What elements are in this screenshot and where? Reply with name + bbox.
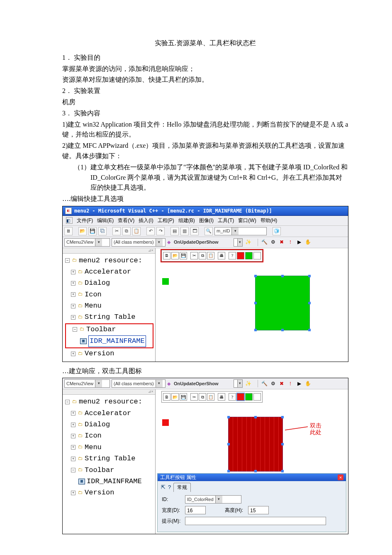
menu-item[interactable]: 工程(P) <box>158 217 174 225</box>
save-icon[interactable]: 💾 <box>180 252 187 259</box>
compile-icon[interactable]: ⚙ <box>269 239 277 246</box>
compile-icon[interactable]: ⚙ <box>269 380 277 387</box>
menu-item[interactable]: 窗口(W) <box>238 217 256 225</box>
prop-tip-input[interactable] <box>185 517 326 525</box>
pin-icon[interactable]: ⇱ <box>161 483 166 491</box>
redo-icon[interactable]: ↷ <box>156 227 165 235</box>
color-red-icon[interactable] <box>237 252 244 259</box>
blank-tool-icon[interactable] <box>253 252 261 259</box>
open-icon[interactable]: 📂 <box>171 252 179 259</box>
plus-icon[interactable]: + <box>71 281 75 286</box>
chevron-down-icon[interactable]: ▾ <box>215 496 222 503</box>
tree-item[interactable]: Version <box>85 348 114 359</box>
resource-tree[interactable]: ⊿× −🗀menu2 resource: +🗀Accelerator +🗀Dia… <box>63 248 156 362</box>
breakpoint-icon[interactable]: ✋ <box>304 239 312 246</box>
minus-icon[interactable]: − <box>65 258 70 263</box>
build-icon[interactable]: 🔨 <box>261 239 268 246</box>
tree-item[interactable]: Accelerator <box>85 408 131 419</box>
mdi-sys-icon[interactable]: ◧ <box>66 217 73 224</box>
tree-item[interactable]: String Table <box>85 453 135 464</box>
tree-item[interactable]: Dialog <box>85 419 110 430</box>
stop-build-icon[interactable]: ✖ <box>278 239 285 246</box>
about-icon[interactable]: ? <box>229 252 236 259</box>
tile-icon[interactable]: 🧊 <box>273 227 281 235</box>
paste-icon[interactable]: 📋 <box>207 393 214 401</box>
swatch-green-large[interactable] <box>255 276 310 330</box>
member-combo[interactable]: OnUpdateOperShow <box>172 380 232 387</box>
copy-icon[interactable]: ⧉ <box>122 227 131 235</box>
minus-icon[interactable]: − <box>71 468 75 472</box>
chevron-down-icon[interactable]: ▾ <box>95 239 102 246</box>
plus-icon[interactable]: + <box>71 315 75 320</box>
cut-icon[interactable]: ✂ <box>190 393 198 401</box>
tab-general[interactable]: 常规 <box>173 483 191 492</box>
menu-item[interactable]: 插入(I) <box>139 217 153 225</box>
menu-item[interactable]: 编辑(E) <box>97 217 114 225</box>
save-all-icon[interactable]: ⿻ <box>98 227 107 235</box>
filter-combo[interactable]: (All class members) ▾ <box>112 238 166 247</box>
tree-item-selected[interactable]: IDR_MAINFRAME <box>87 476 142 487</box>
tree-item[interactable]: Icon <box>85 430 102 441</box>
about-icon[interactable]: ? <box>229 393 236 401</box>
plus-icon[interactable]: + <box>71 423 75 427</box>
plus-icon[interactable]: + <box>71 457 75 461</box>
help-icon[interactable]: ? <box>168 483 171 491</box>
minus-icon[interactable]: − <box>65 400 70 404</box>
tree-item[interactable]: Icon <box>85 289 102 300</box>
tree-item[interactable]: Dialog <box>85 278 110 289</box>
plus-icon[interactable]: + <box>71 445 75 450</box>
wand-icon[interactable]: ✨ <box>244 239 252 246</box>
chevron-down-icon[interactable]: ▾ <box>237 239 242 246</box>
print-icon[interactable]: 🖶 <box>218 393 225 401</box>
menu-item[interactable]: 组建(B) <box>178 217 195 225</box>
new-icon[interactable]: 🗎 <box>64 227 73 235</box>
bitmap-canvas[interactable]: 双击 此处 <box>156 403 348 473</box>
copy-icon[interactable]: ⧉ <box>199 252 206 259</box>
tree-item[interactable]: Toolbar <box>86 324 116 335</box>
save-icon[interactable]: 💾 <box>88 227 97 235</box>
tree-item[interactable]: Menu <box>85 301 102 311</box>
paste-icon[interactable]: 📋 <box>132 227 141 235</box>
dock-icon[interactable]: ⊿ <box>148 389 151 394</box>
chevron-down-icon[interactable]: ▾ <box>95 380 102 387</box>
cut-icon[interactable]: ✂ <box>190 252 198 259</box>
plus-icon[interactable]: + <box>71 352 75 356</box>
plus-icon[interactable]: + <box>71 411 75 416</box>
find-in-files-icon[interactable]: 🔍 <box>205 227 213 235</box>
execute-icon[interactable]: ! <box>287 380 294 387</box>
color-red-icon[interactable] <box>237 393 244 401</box>
prop-id-combo[interactable]: ID_ColorRed ▾ <box>185 495 241 504</box>
resource-tree[interactable]: ⊿× −🗀menu2 resource: +🗀Accelerator +🗀Dia… <box>63 389 156 534</box>
tree-item[interactable]: Menu <box>85 442 102 453</box>
go-icon[interactable]: ▶ <box>295 239 303 246</box>
save-icon[interactable]: 💾 <box>180 393 187 401</box>
menu-item[interactable]: 帮助(H) <box>261 217 278 225</box>
new-icon[interactable]: 🗎 <box>163 393 170 401</box>
tree-item[interactable]: Accelerator <box>85 266 131 277</box>
prop-width-input[interactable]: 16 <box>185 506 206 514</box>
new-icon[interactable]: 🗎 <box>163 252 170 259</box>
build-icon[interactable]: 🔨 <box>261 380 268 387</box>
open-icon[interactable]: 📂 <box>171 393 179 401</box>
menu-item[interactable]: 工具(T) <box>218 217 234 225</box>
tree-root[interactable]: menu2 resource: <box>79 255 142 266</box>
breakpoint-icon[interactable]: ✋ <box>304 380 312 387</box>
paste-icon[interactable]: 📋 <box>207 252 214 259</box>
swatch-red-large[interactable] <box>228 417 283 472</box>
member-combo[interactable]: OnUpdateOperShow <box>172 239 232 246</box>
tree-item[interactable]: String Table <box>85 312 135 323</box>
blank-tool-icon[interactable] <box>253 393 261 401</box>
bitmap-canvas[interactable] <box>156 262 348 336</box>
chevron-down-icon[interactable]: ▾ <box>156 239 163 246</box>
wand-icon[interactable]: ✨ <box>244 380 252 387</box>
close-icon[interactable]: × <box>338 474 343 480</box>
pane-tabs[interactable]: ⊿× <box>63 248 155 254</box>
cut-icon[interactable]: ✂ <box>112 227 121 235</box>
execute-icon[interactable]: ! <box>287 239 294 246</box>
class-combo[interactable]: CMenu2View ▾ <box>64 238 110 247</box>
tree-item[interactable]: Toolbar <box>85 465 114 476</box>
find-combo[interactable]: m_nID ▾ <box>214 227 267 235</box>
class-combo[interactable]: CMenu2View ▾ <box>64 379 110 388</box>
close-icon[interactable]: × <box>151 248 153 253</box>
output-icon[interactable]: ▥ <box>180 227 189 235</box>
